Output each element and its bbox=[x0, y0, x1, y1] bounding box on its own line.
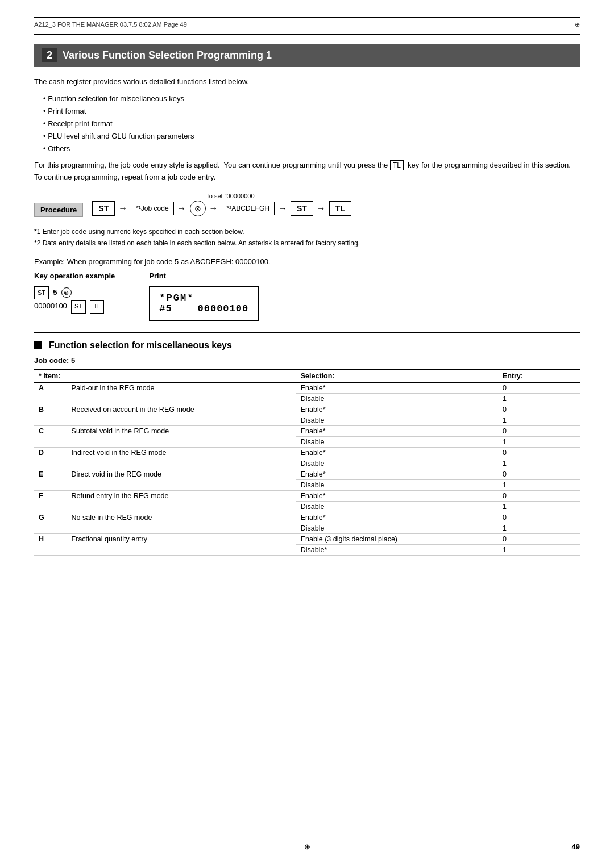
data-line: #5 00000100 bbox=[159, 303, 248, 314]
intro-note: For this programming, the job code entry… bbox=[34, 160, 580, 183]
arrow-2: → bbox=[177, 203, 186, 214]
st-key: ST bbox=[34, 286, 49, 300]
key-ops: ST 5 ⊗ 00000100 ST TL bbox=[34, 286, 115, 314]
otimes-key: ⊗ bbox=[61, 287, 72, 298]
cell-entry: 0 bbox=[498, 382, 580, 393]
print-receipt: *PGM* #5 00000100 bbox=[149, 286, 259, 321]
cell-selection: Disable bbox=[296, 436, 498, 447]
cell-selection: Enable* bbox=[296, 490, 498, 501]
bullet-3: • Receipt print format bbox=[43, 118, 580, 130]
th-entry: Entry: bbox=[498, 369, 580, 382]
cell-entry: 0 bbox=[498, 469, 580, 479]
arrow-4: → bbox=[278, 203, 287, 214]
table-row: GNo sale in the REG modeEnable*0 bbox=[34, 512, 580, 523]
procedure-label: Procedure bbox=[34, 203, 83, 217]
cell-selection: Enable* bbox=[296, 404, 498, 415]
cell-item: H bbox=[34, 533, 67, 555]
arrow-5: → bbox=[317, 203, 326, 214]
pgm-line: *PGM* bbox=[159, 293, 248, 303]
cell-desc: Indirect void in the REG mode bbox=[67, 447, 296, 469]
arrow-1: → bbox=[118, 203, 127, 214]
intro-para: The cash register provides various detai… bbox=[34, 76, 580, 88]
cell-selection: Enable* bbox=[296, 447, 498, 458]
section-heading: 2 Various Function Selection Programming… bbox=[34, 44, 580, 67]
arrow-3: → bbox=[209, 203, 218, 214]
section-title: Various Function Selection Programming 1 bbox=[63, 49, 272, 61]
tl-key-2: TL bbox=[90, 300, 104, 314]
print-col: Print *PGM* #5 00000100 bbox=[149, 272, 259, 321]
th-desc bbox=[67, 369, 296, 382]
th-selection: Selection: bbox=[296, 369, 498, 382]
proc-tl-box: TL bbox=[329, 201, 351, 216]
cell-selection: Disable bbox=[296, 501, 498, 512]
key-ops-line2: 00000100 ST TL bbox=[34, 299, 115, 314]
example-columns: Key operation example ST 5 ⊗ 00000100 ST… bbox=[34, 272, 580, 321]
table-row: DIndirect void in the REG modeEnable*0 bbox=[34, 447, 580, 458]
th-item: * Item: bbox=[34, 369, 67, 382]
cell-entry: 1 bbox=[498, 458, 580, 469]
function-table: * Item: Selection: Entry: APaid-out in t… bbox=[34, 369, 580, 556]
cell-desc: Received on account in the REG mode bbox=[67, 404, 296, 425]
key-ops-line1: ST 5 ⊗ bbox=[34, 286, 115, 300]
cell-selection: Enable (3 digits decimal place) bbox=[296, 533, 498, 544]
cell-selection: Disable bbox=[296, 458, 498, 469]
footnotes: *1 Enter job code using numeric keys spe… bbox=[34, 226, 580, 249]
footnote-2: *2 Data entry details are listed on each… bbox=[34, 237, 580, 249]
cell-entry: 0 bbox=[498, 490, 580, 501]
cell-entry: 1 bbox=[498, 436, 580, 447]
table-row: APaid-out in the REG modeEnable*0 bbox=[34, 382, 580, 393]
cell-entry: 0 bbox=[498, 425, 580, 436]
job-code-label: Job code: 5 bbox=[34, 356, 580, 365]
proc-toset-label: To set "00000000" bbox=[206, 193, 256, 199]
proc-abcdefgh-box: *²ABCDEFGH bbox=[222, 202, 275, 215]
table-row: EDirect void in the REG modeEnable*0 bbox=[34, 469, 580, 479]
page-number: 49 bbox=[572, 842, 580, 851]
cell-desc: Refund entry in the REG mode bbox=[67, 490, 296, 512]
cell-entry: 1 bbox=[498, 415, 580, 425]
cell-entry: 1 bbox=[498, 479, 580, 490]
cell-desc: No sale in the REG mode bbox=[67, 512, 296, 533]
bullet-2: • Print format bbox=[43, 105, 580, 118]
cell-selection: Disable bbox=[296, 523, 498, 533]
table-row: FRefund entry in the REG modeEnable*0 bbox=[34, 490, 580, 501]
cell-entry: 1 bbox=[498, 393, 580, 404]
proc-circle: ⊗ bbox=[190, 201, 206, 216]
cell-item: F bbox=[34, 490, 67, 512]
cell-desc: Paid-out in the REG mode bbox=[67, 382, 296, 404]
cell-selection: Enable* bbox=[296, 382, 498, 393]
print-header: Print bbox=[149, 272, 259, 282]
crosshair-top-right: ⊕ bbox=[575, 21, 580, 28]
cell-entry: 0 bbox=[498, 447, 580, 458]
cell-entry: 1 bbox=[498, 523, 580, 533]
cell-item: G bbox=[34, 512, 67, 533]
cell-selection: Disable bbox=[296, 415, 498, 425]
st-key-2: ST bbox=[71, 300, 86, 314]
proc-st2-box: ST bbox=[291, 201, 313, 216]
cell-selection: Enable* bbox=[296, 425, 498, 436]
cell-desc: Subtotal void in the REG mode bbox=[67, 425, 296, 447]
cell-desc: Fractional quantity entry bbox=[67, 533, 296, 555]
cell-desc: Direct void in the REG mode bbox=[67, 469, 296, 490]
key-op-col: Key operation example ST 5 ⊗ 00000100 ST… bbox=[34, 272, 115, 314]
proc-jobcode-box: *¹Job code bbox=[131, 202, 173, 215]
cell-entry: 0 bbox=[498, 404, 580, 415]
meta-text: A212_3 FOR THE MANAGER 03.7.5 8:02 AM Pa… bbox=[34, 21, 187, 28]
hash5: #5 bbox=[159, 303, 172, 314]
bullet-1: • Function selection for miscellaneous k… bbox=[43, 93, 580, 105]
tl-key-inline: TL bbox=[390, 160, 404, 170]
func-title: Function selection for miscellaneous key… bbox=[49, 340, 232, 350]
cell-selection: Enable* bbox=[296, 469, 498, 479]
procedure-section: Procedure To set "00000000" ST → *¹Job c… bbox=[34, 193, 580, 217]
cell-entry: 0 bbox=[498, 512, 580, 523]
cell-item: B bbox=[34, 404, 67, 425]
bullet-4: • PLU level shift and GLU function param… bbox=[43, 130, 580, 143]
page-meta: A212_3 FOR THE MANAGER 03.7.5 8:02 AM Pa… bbox=[34, 21, 580, 28]
cell-item: E bbox=[34, 469, 67, 490]
footnote-1: *1 Enter job code using numeric keys spe… bbox=[34, 226, 580, 237]
bullet-5: • Others bbox=[43, 143, 580, 155]
cell-selection: Disable* bbox=[296, 544, 498, 555]
bullet-list: • Function selection for miscellaneous k… bbox=[43, 93, 580, 155]
cell-selection: Enable* bbox=[296, 512, 498, 523]
table-row: CSubtotal void in the REG modeEnable*0 bbox=[34, 425, 580, 436]
procedure-diagram: To set "00000000" ST → *¹Job code → ⊗ → … bbox=[92, 193, 351, 216]
